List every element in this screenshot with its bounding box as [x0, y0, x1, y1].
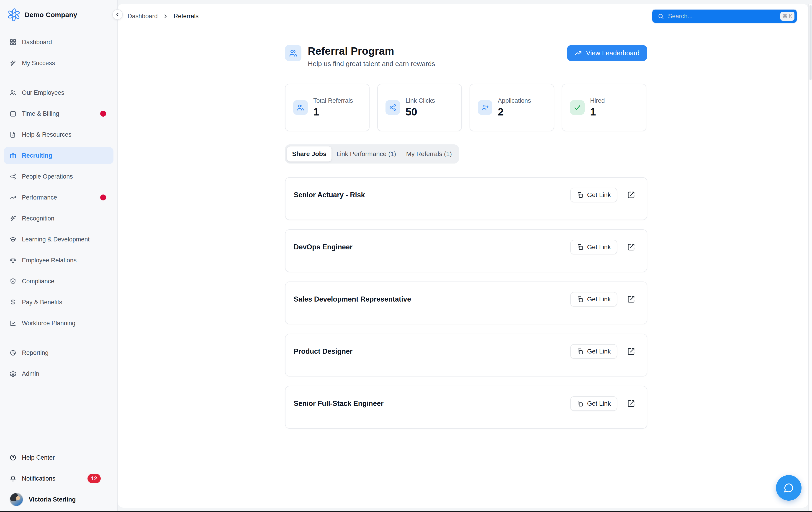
tab-share-jobs[interactable]: Share Jobs [287, 146, 331, 161]
sidebar-divider [4, 76, 113, 76]
chart-line-icon [9, 320, 17, 327]
stat-card-total-referrals: Total Referrals 1 [285, 84, 370, 131]
job-title: Sales Development Representative [294, 292, 411, 307]
gear-icon [9, 370, 17, 377]
get-link-label: Get Link [587, 191, 611, 199]
main-panel: Dashboard Referrals Search... ⌘ K Referr… [118, 4, 808, 508]
sidebar-item-help-resources[interactable]: Help & Resources [4, 126, 113, 143]
sidebar-item-workforce-planning[interactable]: Workforce Planning [4, 315, 113, 332]
sidebar-item-pay-benefits[interactable]: Pay & Benefits [4, 294, 113, 311]
open-job-button[interactable] [627, 347, 635, 356]
tab-my-referrals[interactable]: My Referrals (1) [401, 146, 457, 161]
sidebar-item-recognition[interactable]: Recognition [4, 210, 113, 227]
users-icon [289, 49, 298, 58]
sidebar-item-label: People Operations [22, 173, 73, 180]
sidebar-item-time-billing[interactable]: Time & Billing [4, 105, 113, 122]
sidebar-item-label: Recognition [22, 215, 54, 222]
user-name: Victoria Sterling [29, 496, 76, 503]
get-link-button[interactable]: Get Link [570, 344, 617, 359]
sidebar-item-compliance[interactable]: Compliance [4, 273, 113, 290]
sparkles-icon [9, 60, 17, 66]
bell-icon [9, 475, 17, 482]
chat-launcher-button[interactable] [776, 475, 802, 501]
page-title: Referral Program [308, 45, 435, 57]
sidebar-item-employee-relations[interactable]: Employee Relations [4, 252, 113, 269]
copy-icon [577, 244, 583, 250]
sidebar-item-reporting[interactable]: Reporting [4, 344, 113, 361]
sidebar-item-label: Our Employees [22, 89, 64, 96]
sidebar-item-dashboard[interactable]: Dashboard [4, 34, 113, 51]
referral-program-content: Referral Program Help us find great tale… [285, 45, 647, 438]
sidebar-item-notifications[interactable]: Notifications 12 [4, 470, 113, 487]
sidebar-item-profile[interactable]: Victoria Sterling [4, 491, 113, 508]
job-card: Sales Development Representative Get Lin… [285, 281, 647, 324]
sidebar-item-recruiting[interactable]: Recruiting [4, 147, 113, 164]
stat-icon-tile [478, 100, 492, 115]
sidebar-item-my-success[interactable]: My Success [4, 55, 113, 71]
help-circle-icon [9, 454, 17, 461]
sidebar-item-admin[interactable]: Admin [4, 365, 113, 382]
scrollbar-track[interactable] [808, 4, 812, 511]
page-header: Referral Program Help us find great tale… [285, 45, 647, 68]
job-actions: Get Link [570, 188, 635, 202]
shield-check-icon [9, 278, 17, 285]
copy-icon [577, 296, 583, 303]
stat-label: Hired [590, 97, 605, 104]
stat-icon-tile [293, 100, 308, 115]
scrollbar-thumb[interactable] [810, 5, 812, 80]
get-link-button[interactable]: Get Link [570, 292, 617, 307]
avatar [9, 493, 23, 506]
sidebar-item-label: Performance [22, 194, 57, 201]
open-job-button[interactable] [627, 399, 635, 408]
stats-row: Total Referrals 1 Link Clicks 50 Appli [285, 84, 647, 131]
job-actions: Get Link [570, 240, 635, 254]
user-plus-icon [481, 103, 489, 111]
sidebar-collapse-button[interactable] [112, 9, 123, 20]
job-title: Product Designer [294, 344, 352, 359]
job-title: Senior Actuary - Risk [294, 188, 365, 202]
get-link-button[interactable]: Get Link [570, 396, 617, 411]
external-link-icon [627, 400, 635, 408]
breadcrumb-dashboard-link[interactable]: Dashboard [127, 13, 158, 20]
topbar: Dashboard Referrals Search... ⌘ K [118, 4, 808, 29]
sidebar-nav: Dashboard My Success Our Employees Time … [0, 30, 117, 382]
sidebar-item-help-center[interactable]: Help Center [4, 449, 113, 466]
alert-dot [100, 111, 106, 117]
get-link-button[interactable]: Get Link [570, 240, 617, 254]
search-input[interactable]: Search... ⌘ K [652, 9, 797, 23]
open-job-button[interactable] [627, 243, 635, 251]
sidebar-item-people-operations[interactable]: People Operations [4, 168, 113, 185]
stat-icon-tile [385, 100, 400, 115]
job-card: Senior Actuary - Risk Get Link [285, 177, 647, 220]
job-actions: Get Link [570, 344, 635, 359]
company-name: Demo Company [25, 11, 77, 19]
sidebar-item-label: My Success [22, 60, 55, 67]
external-link-icon [627, 295, 635, 303]
job-card: Senior Full-Stack Engineer Get Link [285, 386, 647, 429]
sidebar-item-label: Admin [22, 370, 39, 378]
chevron-left-icon [115, 12, 120, 17]
users-icon [9, 89, 17, 96]
sidebar-item-label: Notifications [22, 475, 55, 482]
external-link-icon [627, 348, 635, 355]
trending-up-icon [575, 50, 582, 57]
stat-label: Total Referrals [313, 97, 353, 104]
check-icon [574, 103, 581, 111]
trending-up-icon [9, 194, 17, 201]
stat-card-applications: Applications 2 [470, 84, 554, 131]
breadcrumb-current: Referrals [174, 13, 199, 20]
open-job-button[interactable] [627, 295, 635, 303]
scale-icon [9, 257, 17, 264]
sidebar-item-learning-development[interactable]: Learning & Development [4, 231, 113, 248]
tab-link-performance[interactable]: Link Performance (1) [331, 146, 401, 161]
get-link-button[interactable]: Get Link [570, 188, 617, 202]
view-leaderboard-button[interactable]: View Leaderboard [567, 45, 647, 61]
sidebar-item-performance[interactable]: Performance [4, 189, 113, 206]
open-job-button[interactable] [627, 191, 635, 199]
sidebar-item-label: Time & Billing [22, 110, 59, 117]
job-actions: Get Link [570, 292, 635, 307]
get-link-label: Get Link [587, 296, 611, 303]
sidebar-item-our-employees[interactable]: Our Employees [4, 84, 113, 101]
page-header-text: Referral Program Help us find great tale… [308, 45, 435, 68]
brand: Demo Company [0, 0, 117, 30]
